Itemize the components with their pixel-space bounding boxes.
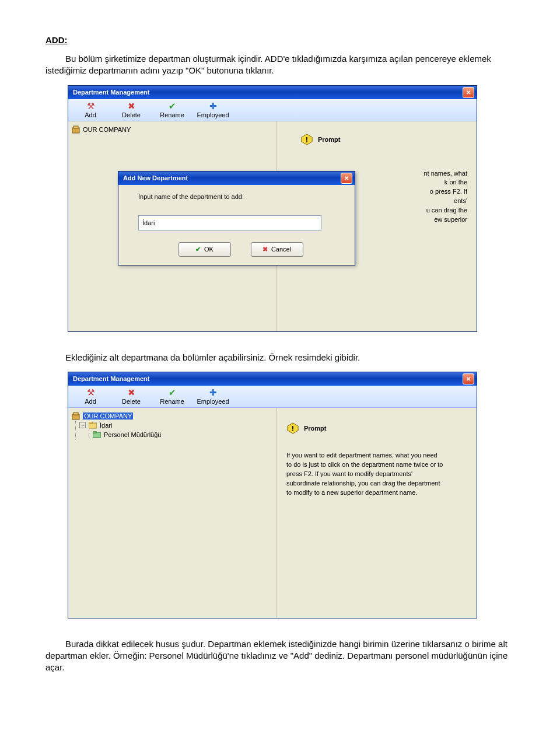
add-icon: ⚒ [70, 388, 111, 398]
tree-item-idari[interactable]: ‒ İdari [79, 421, 273, 430]
toolbar-rename-label: Rename [152, 111, 192, 118]
add-dept-dialog: Add New Department ✕ Input name of the d… [118, 171, 355, 265]
rename-icon: ✔ [152, 388, 192, 398]
toolbar-add[interactable]: ⚒ Add [70, 100, 111, 120]
toolbar-employeed-label: Employeed [192, 111, 233, 118]
ok-label: OK [204, 246, 214, 253]
svg-text:!: ! [306, 135, 308, 144]
toolbar-add-label: Add [70, 398, 111, 405]
prompt-title: Prompt [304, 425, 327, 432]
toolbar-rename[interactable]: ✔ Rename [152, 100, 192, 120]
paragraph-3: Burada dikkat edilecek husus şudur. Depa… [46, 638, 514, 674]
toolbar-employeed[interactable]: ✚ Employeed [192, 387, 233, 406]
collapse-icon[interactable]: ‒ [79, 422, 86, 428]
toolbar-add[interactable]: ⚒ Add [70, 387, 111, 406]
prompt-text: If you want to edit department names, wh… [286, 451, 444, 498]
company-icon [72, 412, 80, 420]
delete-icon: ✖ [111, 388, 152, 398]
toolbar-rename[interactable]: ✔ Rename [152, 387, 192, 406]
tree-root-label: OUR COMPANY [83, 413, 133, 420]
close-icon[interactable]: ✕ [463, 373, 474, 385]
section-heading: ADD: [46, 35, 514, 45]
dialog-title: Add New Department [123, 174, 188, 181]
tree-root[interactable]: OUR COMPANY [72, 411, 273, 421]
toolbar-delete[interactable]: ✖ Delete [111, 387, 152, 406]
paragraph-2: Eklediğiniz alt departmana da bölümler a… [46, 352, 514, 363]
tree-pane[interactable]: OUR COMPANY ‒ İdari [68, 408, 277, 618]
ok-button[interactable]: ✔ OK [178, 242, 231, 257]
tree-item-label: İdari [100, 422, 112, 429]
dept-name-input[interactable] [138, 215, 321, 230]
close-icon[interactable]: ✕ [341, 173, 352, 184]
prompt-icon: ! [286, 422, 299, 435]
dept-mgmt-window: Department Management ✕ ⚒ Add ✖ Delete ✔… [68, 85, 477, 332]
toolbar: ⚒ Add ✖ Delete ✔ Rename ✚ Employeed [68, 386, 477, 408]
toolbar-add-label: Add [70, 111, 111, 118]
toolbar-employeed[interactable]: ✚ Employeed [192, 100, 233, 120]
folder-icon [93, 431, 101, 439]
svg-rect-5 [74, 413, 78, 415]
check-icon: ✔ [195, 246, 201, 253]
tree-item-personel[interactable]: Personel Müdürlüğü [93, 430, 273, 439]
window-title: Department Management [73, 375, 149, 382]
svg-rect-7 [89, 422, 92, 424]
folder-icon [89, 421, 97, 429]
add-icon: ⚒ [70, 102, 111, 111]
delete-icon: ✖ [111, 102, 152, 111]
employeed-icon: ✚ [192, 102, 233, 111]
toolbar-rename-label: Rename [152, 398, 192, 405]
paragraph-1: Bu bölüm şirketimize departman oluşturma… [46, 53, 514, 77]
svg-text:!: ! [292, 424, 294, 432]
svg-rect-9 [93, 431, 96, 433]
close-icon[interactable]: ✕ [463, 87, 474, 98]
tree-item-label: Personel Müdürlüğü [104, 431, 161, 438]
employeed-icon: ✚ [192, 388, 233, 398]
cross-icon: ✖ [262, 246, 268, 253]
toolbar-employeed-label: Employeed [192, 398, 233, 405]
dept-mgmt-window-2: Department Management ✕ ⚒ Add ✖ Delete ✔… [68, 372, 477, 618]
company-icon [72, 125, 80, 134]
toolbar: ⚒ Add ✖ Delete ✔ Rename ✚ Employeed [68, 99, 477, 121]
cancel-label: Cancel [271, 246, 291, 253]
toolbar-delete-label: Delete [111, 398, 152, 405]
window-title: Department Management [73, 89, 149, 96]
rename-icon: ✔ [152, 102, 192, 111]
tree-root[interactable]: OUR COMPANY [72, 125, 273, 134]
right-pane: ! Prompt If you want to edit department … [277, 408, 477, 618]
prompt-icon: ! [300, 133, 313, 146]
toolbar-delete-label: Delete [111, 111, 152, 118]
dialog-label: Input name of the department to add: [138, 193, 343, 200]
prompt-title: Prompt [318, 136, 341, 143]
toolbar-delete[interactable]: ✖ Delete [111, 100, 152, 120]
tree-root-label: OUR COMPANY [83, 126, 131, 133]
cancel-button[interactable]: ✖ Cancel [251, 242, 303, 257]
svg-rect-1 [74, 126, 78, 128]
